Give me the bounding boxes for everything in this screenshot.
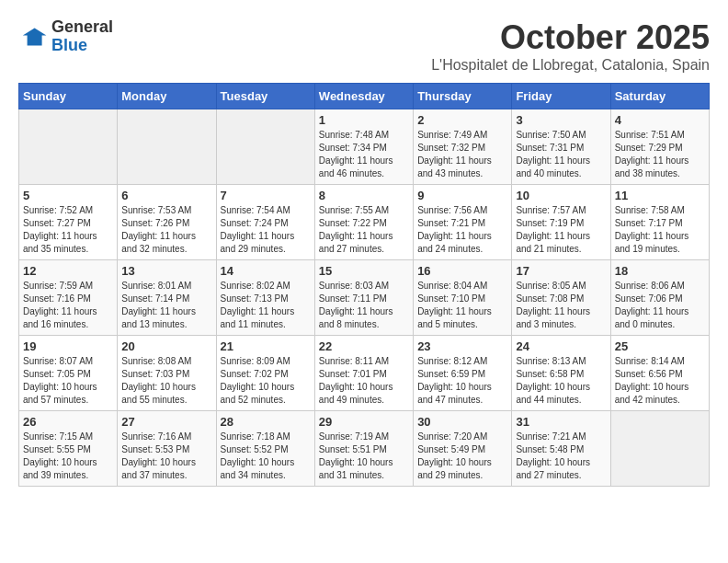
calendar-cell: 28Sunrise: 7:18 AM Sunset: 5:52 PM Dayli… <box>216 411 314 487</box>
day-info: Sunrise: 7:48 AM Sunset: 7:34 PM Dayligh… <box>319 129 409 180</box>
day-info: Sunrise: 7:18 AM Sunset: 5:52 PM Dayligh… <box>221 431 311 482</box>
logo: General Blue <box>18 18 113 55</box>
day-info: Sunrise: 7:56 AM Sunset: 7:21 PM Dayligh… <box>417 204 507 256</box>
day-info: Sunrise: 8:06 AM Sunset: 7:06 PM Dayligh… <box>615 280 705 331</box>
calendar-table: SundayMondayTuesdayWednesdayThursdayFrid… <box>18 83 710 487</box>
calendar-cell: 27Sunrise: 7:16 AM Sunset: 5:53 PM Dayli… <box>118 411 216 487</box>
day-number: 7 <box>221 189 311 202</box>
calendar-cell: 21Sunrise: 8:09 AM Sunset: 7:02 PM Dayli… <box>216 336 314 411</box>
calendar-cell <box>19 109 118 185</box>
calendar-cell: 10Sunrise: 7:57 AM Sunset: 7:19 PM Dayli… <box>512 185 610 260</box>
calendar-week-row: 5Sunrise: 7:52 AM Sunset: 7:27 PM Daylig… <box>19 185 710 260</box>
day-info: Sunrise: 8:03 AM Sunset: 7:11 PM Dayligh… <box>319 280 409 331</box>
day-info: Sunrise: 7:52 AM Sunset: 7:27 PM Dayligh… <box>23 204 113 256</box>
weekday-header: Monday <box>118 84 216 109</box>
calendar-cell: 23Sunrise: 8:12 AM Sunset: 6:59 PM Dayli… <box>414 336 512 411</box>
day-number: 27 <box>121 415 211 429</box>
calendar-cell: 17Sunrise: 8:05 AM Sunset: 7:08 PM Dayli… <box>512 260 610 336</box>
title-block: October 2025 L'Hospitalet de Llobregat, … <box>431 18 710 74</box>
calendar-cell: 1Sunrise: 7:48 AM Sunset: 7:34 PM Daylig… <box>314 109 413 185</box>
calendar-cell: 25Sunrise: 8:14 AM Sunset: 6:56 PM Dayli… <box>610 336 709 411</box>
weekday-header: Wednesday <box>314 84 413 109</box>
day-number: 29 <box>319 415 409 429</box>
calendar-cell: 11Sunrise: 7:58 AM Sunset: 7:17 PM Dayli… <box>610 185 709 260</box>
weekday-header-row: SundayMondayTuesdayWednesdayThursdayFrid… <box>19 84 710 109</box>
day-info: Sunrise: 8:12 AM Sunset: 6:59 PM Dayligh… <box>417 355 507 407</box>
day-number: 22 <box>319 339 409 353</box>
month-title: October 2025 <box>431 18 710 57</box>
day-number: 6 <box>121 189 211 202</box>
calendar-cell: 30Sunrise: 7:20 AM Sunset: 5:49 PM Dayli… <box>414 411 512 487</box>
day-info: Sunrise: 8:05 AM Sunset: 7:08 PM Dayligh… <box>516 280 606 331</box>
day-number: 12 <box>23 264 113 278</box>
weekday-header: Tuesday <box>216 84 314 109</box>
calendar-cell: 5Sunrise: 7:52 AM Sunset: 7:27 PM Daylig… <box>19 185 118 260</box>
calendar-cell: 12Sunrise: 7:59 AM Sunset: 7:16 PM Dayli… <box>19 260 118 336</box>
calendar-header: SundayMondayTuesdayWednesdayThursdayFrid… <box>19 84 710 109</box>
day-number: 5 <box>23 189 113 202</box>
calendar-cell: 6Sunrise: 7:53 AM Sunset: 7:26 PM Daylig… <box>118 185 216 260</box>
day-info: Sunrise: 7:49 AM Sunset: 7:32 PM Dayligh… <box>417 129 507 180</box>
day-info: Sunrise: 8:01 AM Sunset: 7:14 PM Dayligh… <box>121 280 211 331</box>
day-info: Sunrise: 7:54 AM Sunset: 7:24 PM Dayligh… <box>221 204 311 256</box>
calendar-cell: 19Sunrise: 8:07 AM Sunset: 7:05 PM Dayli… <box>19 336 118 411</box>
day-number: 9 <box>417 189 507 202</box>
calendar-cell: 31Sunrise: 7:21 AM Sunset: 5:48 PM Dayli… <box>512 411 610 487</box>
calendar-cell: 9Sunrise: 7:56 AM Sunset: 7:21 PM Daylig… <box>414 185 512 260</box>
calendar-cell: 26Sunrise: 7:15 AM Sunset: 5:55 PM Dayli… <box>19 411 118 487</box>
day-number: 28 <box>221 415 311 429</box>
day-number: 16 <box>417 264 507 278</box>
day-info: Sunrise: 7:53 AM Sunset: 7:26 PM Dayligh… <box>121 204 211 256</box>
calendar-cell: 14Sunrise: 8:02 AM Sunset: 7:13 PM Dayli… <box>216 260 314 336</box>
weekday-header: Thursday <box>414 84 512 109</box>
day-number: 1 <box>319 113 409 127</box>
day-number: 24 <box>516 339 606 353</box>
calendar-cell: 18Sunrise: 8:06 AM Sunset: 7:06 PM Dayli… <box>610 260 709 336</box>
day-number: 8 <box>319 189 409 202</box>
day-number: 31 <box>516 415 606 429</box>
day-info: Sunrise: 8:04 AM Sunset: 7:10 PM Dayligh… <box>417 280 507 331</box>
day-number: 3 <box>516 113 606 127</box>
calendar-week-row: 26Sunrise: 7:15 AM Sunset: 5:55 PM Dayli… <box>19 411 710 487</box>
day-info: Sunrise: 7:59 AM Sunset: 7:16 PM Dayligh… <box>23 280 113 331</box>
calendar-cell <box>216 109 314 185</box>
logo-general: General <box>51 18 113 37</box>
day-number: 21 <box>221 339 311 353</box>
calendar-cell: 7Sunrise: 7:54 AM Sunset: 7:24 PM Daylig… <box>216 185 314 260</box>
day-number: 14 <box>221 264 311 278</box>
day-info: Sunrise: 7:20 AM Sunset: 5:49 PM Dayligh… <box>417 431 507 482</box>
day-number: 10 <box>516 189 606 202</box>
day-info: Sunrise: 7:21 AM Sunset: 5:48 PM Dayligh… <box>516 431 606 482</box>
day-number: 26 <box>23 415 113 429</box>
svg-marker-0 <box>23 28 47 45</box>
day-number: 2 <box>417 113 507 127</box>
location-title: L'Hospitalet de Llobregat, Catalonia, Sp… <box>431 57 710 74</box>
day-info: Sunrise: 7:57 AM Sunset: 7:19 PM Dayligh… <box>516 204 606 256</box>
day-info: Sunrise: 7:51 AM Sunset: 7:29 PM Dayligh… <box>615 129 705 180</box>
calendar-cell: 24Sunrise: 8:13 AM Sunset: 6:58 PM Dayli… <box>512 336 610 411</box>
calendar-body: 1Sunrise: 7:48 AM Sunset: 7:34 PM Daylig… <box>19 109 710 487</box>
day-info: Sunrise: 7:55 AM Sunset: 7:22 PM Dayligh… <box>319 204 409 256</box>
calendar-cell <box>610 411 709 487</box>
calendar-cell: 20Sunrise: 8:08 AM Sunset: 7:03 PM Dayli… <box>118 336 216 411</box>
day-info: Sunrise: 7:19 AM Sunset: 5:51 PM Dayligh… <box>319 431 409 482</box>
weekday-header: Saturday <box>610 84 709 109</box>
calendar-cell: 4Sunrise: 7:51 AM Sunset: 7:29 PM Daylig… <box>610 109 709 185</box>
day-info: Sunrise: 8:02 AM Sunset: 7:13 PM Dayligh… <box>221 280 311 331</box>
day-number: 23 <box>417 339 507 353</box>
calendar-cell: 8Sunrise: 7:55 AM Sunset: 7:22 PM Daylig… <box>314 185 413 260</box>
day-info: Sunrise: 8:11 AM Sunset: 7:01 PM Dayligh… <box>319 355 409 407</box>
calendar-cell: 3Sunrise: 7:50 AM Sunset: 7:31 PM Daylig… <box>512 109 610 185</box>
calendar-week-row: 1Sunrise: 7:48 AM Sunset: 7:34 PM Daylig… <box>19 109 710 185</box>
day-info: Sunrise: 8:14 AM Sunset: 6:56 PM Dayligh… <box>615 355 705 407</box>
calendar-week-row: 12Sunrise: 7:59 AM Sunset: 7:16 PM Dayli… <box>19 260 710 336</box>
calendar-cell: 13Sunrise: 8:01 AM Sunset: 7:14 PM Dayli… <box>118 260 216 336</box>
day-number: 25 <box>615 339 705 353</box>
day-number: 20 <box>121 339 211 353</box>
day-info: Sunrise: 8:09 AM Sunset: 7:02 PM Dayligh… <box>221 355 311 407</box>
calendar-cell: 2Sunrise: 7:49 AM Sunset: 7:32 PM Daylig… <box>414 109 512 185</box>
day-info: Sunrise: 7:50 AM Sunset: 7:31 PM Dayligh… <box>516 129 606 180</box>
day-number: 15 <box>319 264 409 278</box>
logo-blue: Blue <box>51 37 113 55</box>
calendar-cell: 29Sunrise: 7:19 AM Sunset: 5:51 PM Dayli… <box>314 411 413 487</box>
